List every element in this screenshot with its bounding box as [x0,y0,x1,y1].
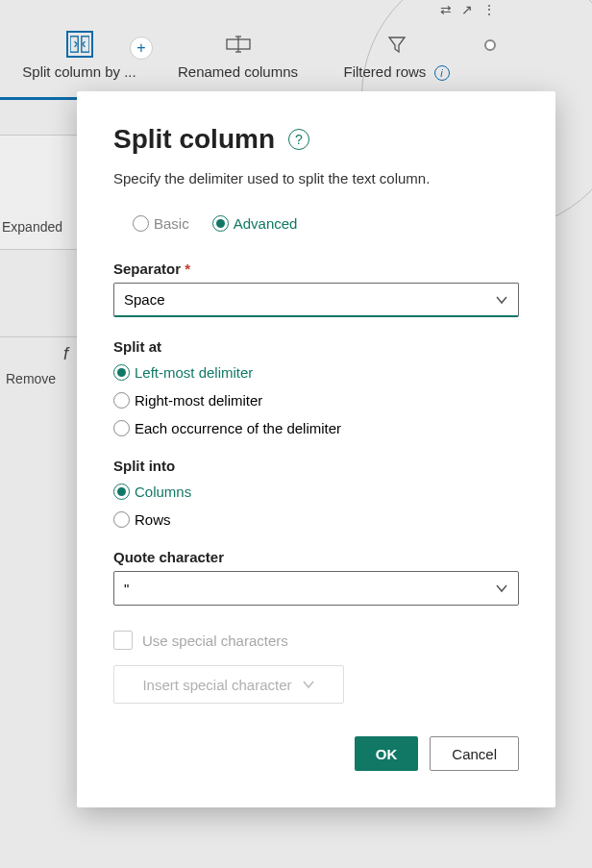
ribbon: Split column by ... Renamed columns Filt… [0,27,592,98]
split-into-label: Split into [113,458,519,474]
button-label: Insert special character [142,677,291,693]
radio-circle [212,215,229,232]
dialog-header: Split column ? [113,124,519,155]
quote-group: Quote character " [113,549,519,606]
radio-label: Columns [135,484,191,500]
radio-circle [133,215,149,232]
info-icon[interactable]: i [434,65,450,81]
radio-label: Each occurrence of the delimiter [135,420,341,436]
ribbon-label: Split column by ... [22,63,136,80]
split-column-dialog: Split column ? Specify the delimiter use… [77,91,555,807]
split-at-group: Split at Left-most delimiter Right-most … [113,338,519,436]
radio-circle [113,364,130,381]
ribbon-filtered-rows[interactable]: Filtered rows i [317,27,476,81]
add-step-button[interactable]: + [130,37,153,60]
split-into-group: Split into Columns Rows [113,458,519,528]
quote-select[interactable]: " [113,571,519,606]
chevron-down-icon [302,678,315,691]
radio-circle [113,484,130,500]
chevron-down-icon [495,293,508,307]
insert-special-char-button: Insert special character [113,665,344,704]
separator-label: Separator * [113,260,519,277]
special-chars-checkbox[interactable]: Use special characters [113,631,519,650]
remove-label: Remove [6,371,56,386]
select-value: Space [124,291,165,308]
radio-each-occurrence[interactable]: Each occurrence of the delimiter [113,420,519,436]
checkbox-label: Use special characters [142,632,288,649]
dialog-title: Split column [113,124,275,155]
split-at-label: Split at [113,338,519,355]
help-icon[interactable]: ? [288,129,309,150]
radio-circle [113,392,130,409]
mode-selector: Basic Advanced [133,215,519,232]
select-value: " [124,581,129,597]
radio-basic[interactable]: Basic [133,215,189,232]
ribbon-label: Filtered rows i [343,63,449,81]
expanded-label: Expanded [2,219,62,235]
radio-circle [113,511,130,528]
dialog-buttons: OK Cancel [113,736,519,771]
ok-button[interactable]: OK [355,736,419,771]
radio-label: Left-most delimiter [135,364,253,381]
radio-right-most[interactable]: Right-most delimiter [113,392,519,409]
radio-label: Advanced [234,215,298,232]
top-icons: ⇄ ↗ ⋮ [440,2,496,17]
radio-advanced[interactable]: Advanced [212,215,298,232]
radio-label: Right-most delimiter [135,392,262,409]
rename-icon [225,31,252,58]
radio-left-most[interactable]: Left-most delimiter [113,364,519,381]
radio-label: Rows [135,511,171,528]
filter-icon [383,31,410,58]
separator-select[interactable]: Space [113,283,519,317]
branch-icon: ⇄ [440,2,452,17]
cancel-button[interactable]: Cancel [430,736,519,771]
ribbon-label: Renamed columns [178,63,298,80]
radio-label: Basic [154,215,189,232]
more-icon[interactable]: ⋮ [482,2,496,17]
expand-icon: ↗ [461,2,473,17]
dialog-description: Specify the delimiter used to split the … [113,170,519,186]
checkbox-icon [113,631,133,650]
chevron-down-icon [495,582,508,595]
split-column-icon [66,31,93,58]
ribbon-renamed-columns[interactable]: Renamed columns [159,27,317,80]
radio-circle [113,420,130,436]
fx-label: f [63,344,68,364]
quote-label: Quote character [113,549,519,565]
radio-rows[interactable]: Rows [113,511,519,528]
radio-columns[interactable]: Columns [113,484,519,500]
